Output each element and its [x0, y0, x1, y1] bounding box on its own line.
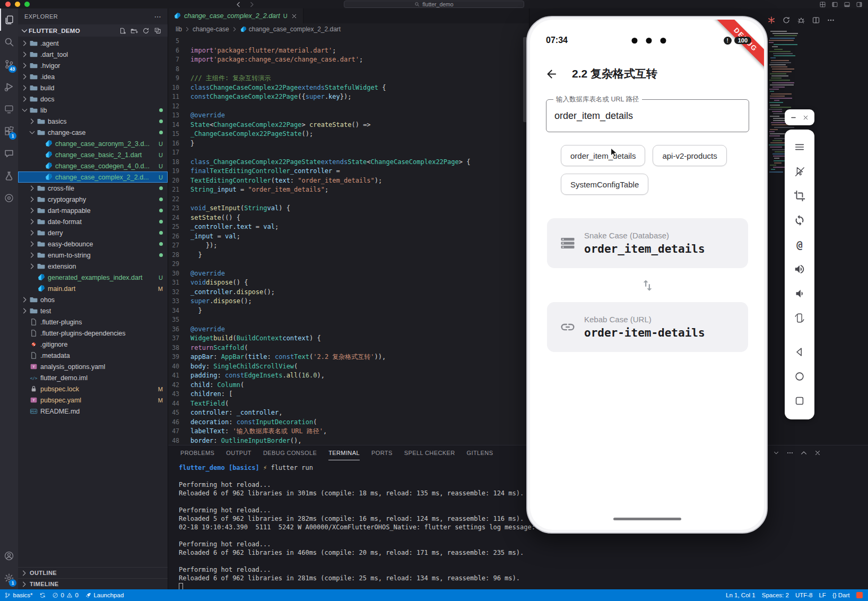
activity-bar-item-account[interactable]	[0, 545, 18, 567]
tree-item[interactable]: cross-file	[18, 183, 168, 194]
code-line[interactable]: 45 controller: _controller,	[168, 408, 529, 418]
code-line[interactable]: 23 void _setInput(String val) {	[168, 204, 529, 213]
code-line[interactable]: 29	[168, 260, 529, 269]
activity-bar-item-test[interactable]	[0, 165, 18, 187]
code-line[interactable]: 41 padding: const EdgeInsets.all(16.0),	[168, 371, 529, 381]
code-line[interactable]: 46 decoration: const InputDecoration(	[168, 418, 529, 427]
volume-up-icon[interactable]	[794, 263, 805, 275]
minimize-button[interactable]	[790, 114, 797, 121]
code-line[interactable]: 39 appBar: AppBar(title: const Text('2.2…	[168, 353, 529, 362]
nav-recents-icon[interactable]	[794, 395, 805, 407]
panel-tab-spell-checker[interactable]: SPELL CHECKER	[404, 445, 455, 460]
language-mode[interactable]: {} Dart	[832, 592, 850, 598]
close-button[interactable]	[802, 114, 809, 121]
zoom-window-button[interactable]	[24, 2, 30, 7]
tree-item[interactable]: generated_examples_index.dartU	[18, 272, 168, 283]
problems-indicator[interactable]: 00	[52, 592, 79, 599]
tree-item[interactable]: .flutter-plugins	[18, 316, 168, 328]
code-line[interactable]: 48 border: OutlineInputBorder(),	[168, 436, 529, 445]
code-line[interactable]: 27 });	[168, 241, 529, 251]
tree-item[interactable]: change-case	[18, 127, 168, 138]
table-name-input[interactable]: 输入数据库表名或 URL 路径 order_item_details	[546, 99, 749, 132]
tree-item[interactable]: Ypubspec.yamlM	[18, 394, 168, 406]
tree-item[interactable]: date-format	[18, 216, 168, 227]
pointer-off-icon[interactable]	[794, 166, 805, 177]
code-line[interactable]: 7import 'package:change_case/change_case…	[168, 55, 529, 65]
code-line[interactable]: 18class _ChangeCaseComplex22PageState ex…	[168, 158, 529, 167]
panel-tab-terminal[interactable]: TERMINAL	[328, 445, 360, 460]
code-line[interactable]: 10class ChangeCaseComplex22Page extends …	[168, 83, 529, 93]
tree-item[interactable]: Yanalysis_options.yaml	[18, 361, 168, 372]
code-line[interactable]: 37 Widget build(BuildContext context) {	[168, 334, 529, 344]
project-section-header[interactable]: FLUTTER_DEMO	[18, 24, 168, 37]
chip-button[interactable]: api-v2-products	[653, 145, 726, 166]
flutter-hot-icon[interactable]	[767, 16, 776, 24]
tree-item[interactable]: pubspec.lockM	[18, 383, 168, 394]
tree-item[interactable]: .dart_tool	[18, 49, 168, 60]
outline-section[interactable]: OUTLINE	[18, 567, 168, 578]
code-line[interactable]: 6import 'package:flutter/material.dart';	[168, 46, 529, 56]
activity-bar-item-chat[interactable]	[0, 142, 18, 165]
tree-item[interactable]: change_case_basic_2_1.dartU	[18, 149, 168, 160]
layout-grid-icon[interactable]	[819, 1, 826, 8]
tree-item[interactable]: .agent	[18, 38, 168, 49]
breadcrumb-item[interactable]: change_case_complex_2_2.dart	[249, 25, 341, 33]
code-line[interactable]: 34 }	[168, 306, 529, 316]
tree-item[interactable]: lib	[18, 105, 168, 116]
code-line[interactable]: 19 final TextEditingController _controll…	[168, 167, 529, 176]
activity-bar-item-files[interactable]	[0, 8, 18, 31]
editor-tab[interactable]: change_case_complex_2_2.dart U	[168, 8, 303, 23]
activity-bar-item-remote[interactable]	[0, 98, 18, 120]
tree-item[interactable]: main.dartM	[18, 283, 168, 294]
eol-setting[interactable]: LF	[819, 592, 826, 598]
tree-item[interactable]: enum-to-string	[18, 250, 168, 261]
explorer-more-button[interactable]: ⋯	[154, 13, 161, 21]
code-line[interactable]: 13 @override	[168, 111, 529, 121]
chip-button[interactable]: SystemConfigTable	[561, 174, 648, 195]
code-line[interactable]: 33 super.dispose();	[168, 297, 529, 306]
tree-item[interactable]: change_case_acronym_2_3.d...U	[18, 138, 168, 149]
code-line[interactable]: 44 TextField(	[168, 399, 529, 409]
code-line[interactable]: 11 const ChangeCaseComplex22Page({super.…	[168, 92, 529, 102]
code-line[interactable]: 35	[168, 315, 529, 325]
activity-bar-item-source-control[interactable]: 43	[0, 53, 18, 75]
code-line[interactable]: 14 State<ChangeCaseComplex22Page> create…	[168, 121, 529, 130]
more-icon[interactable]	[786, 449, 794, 457]
tree-item[interactable]: .idea	[18, 71, 168, 82]
notification-icon[interactable]	[856, 592, 863, 599]
breadcrumb-item[interactable]: lib	[176, 25, 182, 33]
activity-bar-item-extensions[interactable]: 1	[0, 120, 18, 142]
mention-icon[interactable]: @	[794, 239, 805, 251]
tree-item[interactable]: test	[18, 305, 168, 316]
panel-tab-gitlens[interactable]: GITLENS	[467, 445, 493, 460]
tree-item[interactable]: dart-mappable	[18, 205, 168, 216]
code-line[interactable]: 24 setState(() {	[168, 213, 529, 223]
tree-item[interactable]: extension	[18, 261, 168, 272]
home-indicator[interactable]	[613, 518, 681, 520]
tree-item[interactable]: </>flutter_demo.iml	[18, 372, 168, 383]
layout-panel-icon[interactable]	[844, 1, 850, 8]
launchpad-button[interactable]: Launchpad	[85, 592, 124, 599]
forward-arrow-icon[interactable]	[248, 1, 255, 8]
code-line[interactable]: 5	[168, 37, 529, 46]
close-window-button[interactable]	[5, 2, 11, 7]
refresh-icon[interactable]	[142, 27, 150, 35]
code-line[interactable]: 40 body: SingleChildScrollView(	[168, 362, 529, 372]
code-line[interactable]: 22	[168, 195, 529, 204]
split-icon[interactable]	[812, 16, 820, 24]
code-line[interactable]: 38 return Scaffold(	[168, 344, 529, 353]
nav-home-icon[interactable]	[794, 371, 805, 382]
back-arrow-icon[interactable]	[235, 1, 242, 8]
refresh-icon[interactable]	[782, 16, 791, 24]
tree-item[interactable]: basics	[18, 116, 168, 127]
activity-bar-item-search[interactable]	[0, 31, 18, 53]
code-line[interactable]: 28 }	[168, 251, 529, 260]
tree-item[interactable]: change_case_codegen_4_0.d...U	[18, 160, 168, 171]
code-line[interactable]: 42 child: Column(	[168, 381, 529, 390]
chip-button[interactable]: order_item_details	[561, 145, 645, 166]
minimize-window-button[interactable]	[15, 2, 20, 7]
tree-item[interactable]: docs	[18, 93, 168, 105]
dropdown-icon[interactable]	[772, 449, 780, 457]
code-editor[interactable]: 56import 'package:flutter/material.dart'…	[168, 35, 529, 445]
rotate-screen-icon[interactable]	[794, 312, 805, 324]
